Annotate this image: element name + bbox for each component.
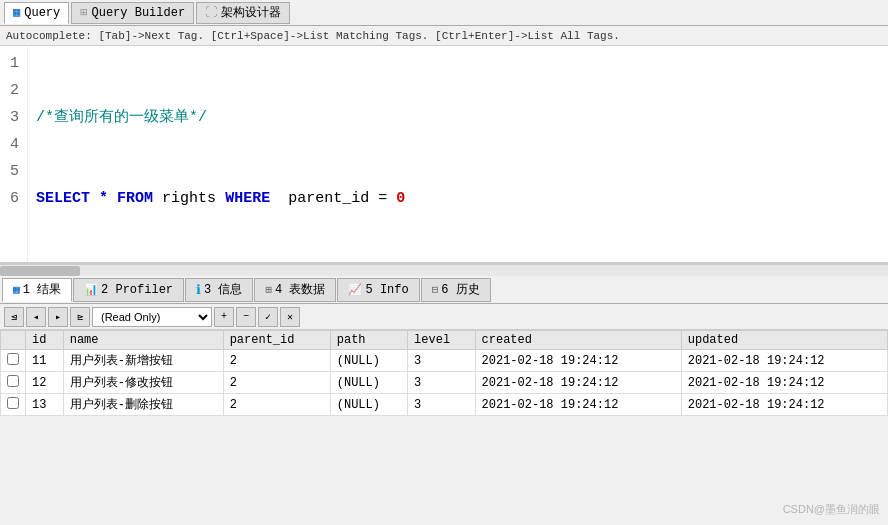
cell-parent-id: 2 — [223, 372, 330, 394]
cell-created: 2021-02-18 19:24:12 — [475, 394, 681, 416]
rtool-btn-7[interactable]: ✓ — [258, 307, 278, 327]
table-row[interactable]: 11 用户列表-新增按钮 2 (NULL) 3 2021-02-18 19:24… — [1, 350, 888, 372]
grid-icon: ⊞ — [80, 5, 87, 20]
cell-level: 3 — [408, 394, 475, 416]
table-row[interactable]: 13 用户列表-删除按钮 2 (NULL) 3 2021-02-18 19:24… — [1, 394, 888, 416]
cell-created: 2021-02-18 19:24:12 — [475, 350, 681, 372]
code-editor[interactable]: /*查询所有的一级菜单*/ SELECT * FROM rights WHERE… — [28, 46, 888, 262]
table-icon: ▦ — [13, 5, 20, 20]
tab-schema-label: 架构设计器 — [221, 4, 281, 21]
results-container[interactable]: id name parent_id path level created upd… — [0, 330, 888, 525]
rtool-btn-2[interactable]: ◂ — [26, 307, 46, 327]
rtool-btn-1[interactable]: ⊴ — [4, 307, 24, 327]
cell-name: 用户列表-修改按钮 — [63, 372, 223, 394]
rtool-btn-4[interactable]: ⊵ — [70, 307, 90, 327]
autocomplete-bar: Autocomplete: [Tab]->Next Tag. [Ctrl+Spa… — [0, 26, 888, 46]
bar-icon: 📈 — [348, 283, 362, 296]
rtool-btn-3[interactable]: ▸ — [48, 307, 68, 327]
results-icon: ▦ — [13, 283, 20, 296]
tab-query-label: Query — [24, 6, 60, 20]
col-updated[interactable]: updated — [681, 331, 887, 350]
cell-parent-id: 2 — [223, 394, 330, 416]
tabledata-icon: ⊞ — [265, 283, 272, 296]
readonly-select[interactable]: (Read Only) — [92, 307, 212, 327]
results-toolbar: ⊴ ◂ ▸ ⊵ (Read Only) + − ✓ ✕ — [0, 304, 888, 330]
col-level[interactable]: level — [408, 331, 475, 350]
col-created[interactable]: created — [475, 331, 681, 350]
tab-query-builder-label: Query Builder — [91, 6, 185, 20]
btab-history-label: 6 历史 — [441, 281, 479, 298]
row-checkbox[interactable] — [1, 372, 26, 394]
btab-tabledata-label: 4 表数据 — [275, 281, 325, 298]
btab-info5[interactable]: 📈 5 Info — [337, 278, 419, 302]
cell-parent-id: 2 — [223, 350, 330, 372]
cell-updated: 2021-02-18 19:24:12 — [681, 394, 887, 416]
scrollbar-thumb[interactable] — [0, 266, 80, 276]
rtool-btn-6[interactable]: − — [236, 307, 256, 327]
tab-schema[interactable]: ⛶ 架构设计器 — [196, 2, 290, 24]
cell-path: (NULL) — [330, 350, 407, 372]
table-row[interactable]: 12 用户列表-修改按钮 2 (NULL) 3 2021-02-18 19:24… — [1, 372, 888, 394]
info-icon: ℹ — [196, 282, 201, 298]
rtool-btn-5[interactable]: + — [214, 307, 234, 327]
btab-info-label: 3 信息 — [204, 281, 242, 298]
profiler-icon: 📊 — [84, 283, 98, 296]
cell-created: 2021-02-18 19:24:12 — [475, 372, 681, 394]
row-checkbox[interactable] — [1, 394, 26, 416]
autocomplete-text: Autocomplete: [Tab]->Next Tag. [Ctrl+Spa… — [6, 30, 620, 42]
btab-tabledata[interactable]: ⊞ 4 表数据 — [254, 278, 336, 302]
code-line-2: SELECT * FROM rights WHERE parent_id = 0 — [36, 185, 880, 212]
tab-query[interactable]: ▦ Query — [4, 2, 69, 24]
btab-profiler[interactable]: 📊 2 Profiler — [73, 278, 184, 302]
btab-info5-label: 5 Info — [365, 283, 408, 297]
cell-id: 11 — [26, 350, 64, 372]
history-icon: ⊟ — [432, 283, 439, 296]
line-numbers: 1 2 3 4 5 6 — [0, 46, 28, 262]
col-path[interactable]: path — [330, 331, 407, 350]
top-toolbar: ▦ Query ⊞ Query Builder ⛶ 架构设计器 — [0, 0, 888, 26]
cell-path: (NULL) — [330, 394, 407, 416]
btab-results-label: 1 结果 — [23, 281, 61, 298]
horizontal-scrollbar[interactable] — [0, 264, 888, 276]
bottom-tabs: ▦ 1 结果 📊 2 Profiler ℹ 3 信息 ⊞ 4 表数据 📈 5 I… — [0, 276, 888, 304]
col-check — [1, 331, 26, 350]
schema-icon: ⛶ — [205, 5, 217, 20]
watermark: CSDN@墨鱼润的眼 — [783, 502, 880, 517]
cell-updated: 2021-02-18 19:24:12 — [681, 350, 887, 372]
cell-name: 用户列表-删除按钮 — [63, 394, 223, 416]
cell-id: 12 — [26, 372, 64, 394]
col-parent-id[interactable]: parent_id — [223, 331, 330, 350]
col-name[interactable]: name — [63, 331, 223, 350]
results-table: id name parent_id path level created upd… — [0, 330, 888, 416]
cell-path: (NULL) — [330, 372, 407, 394]
rtool-btn-8[interactable]: ✕ — [280, 307, 300, 327]
cell-level: 3 — [408, 350, 475, 372]
col-id[interactable]: id — [26, 331, 64, 350]
cell-name: 用户列表-新增按钮 — [63, 350, 223, 372]
btab-results[interactable]: ▦ 1 结果 — [2, 278, 72, 302]
tab-query-builder[interactable]: ⊞ Query Builder — [71, 2, 194, 24]
btab-profiler-label: 2 Profiler — [101, 283, 173, 297]
btab-history[interactable]: ⊟ 6 历史 — [421, 278, 491, 302]
cell-id: 13 — [26, 394, 64, 416]
btab-info[interactable]: ℹ 3 信息 — [185, 278, 253, 302]
cell-updated: 2021-02-18 19:24:12 — [681, 372, 887, 394]
code-line-1: /*查询所有的一级菜单*/ — [36, 104, 880, 131]
editor-area[interactable]: 1 2 3 4 5 6 /*查询所有的一级菜单*/ SELECT * FROM … — [0, 46, 888, 264]
cell-level: 3 — [408, 372, 475, 394]
table-header-row: id name parent_id path level created upd… — [1, 331, 888, 350]
row-checkbox[interactable] — [1, 350, 26, 372]
